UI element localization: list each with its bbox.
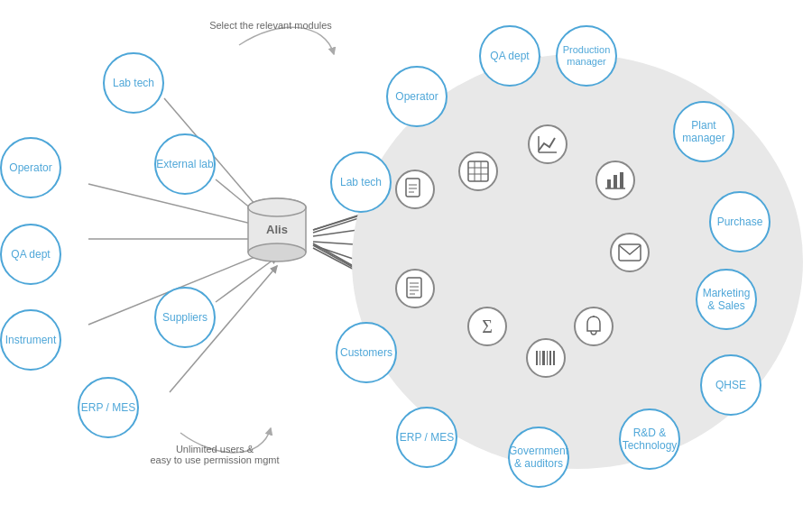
- lab-tech-right-node[interactable]: Lab tech: [330, 151, 392, 213]
- email-icon-node[interactable]: [610, 233, 650, 272]
- select-modules-label: Select the relevant modules: [198, 20, 343, 31]
- operator-left-node[interactable]: Operator: [0, 137, 61, 198]
- bell-icon-node[interactable]: [574, 307, 614, 346]
- government-auditors-node[interactable]: Government& auditors: [508, 427, 569, 488]
- erp-mes-right-node[interactable]: ERP / MES: [396, 407, 457, 468]
- external-lab-node[interactable]: External lab: [154, 133, 216, 195]
- suppliers-node[interactable]: Suppliers: [154, 287, 216, 348]
- diagram: Alis Lab tech Operator External lab QA d…: [0, 0, 812, 523]
- instrument-node[interactable]: Instrument: [0, 309, 61, 371]
- customers-node[interactable]: Customers: [336, 322, 397, 383]
- purchase-node[interactable]: Purchase: [709, 191, 770, 252]
- svg-rect-58: [407, 278, 421, 298]
- svg-rect-56: [549, 351, 551, 365]
- svg-point-33: [248, 198, 306, 216]
- plant-manager-node[interactable]: Plantmanager: [673, 101, 734, 162]
- pdf-icon-node[interactable]: [395, 170, 435, 209]
- marketing-sales-node[interactable]: Marketing& Sales: [696, 269, 757, 330]
- svg-rect-57: [553, 351, 555, 365]
- document-icon-node[interactable]: [395, 269, 435, 308]
- unlimited-users-label: Unlimited users &easy to use permission …: [134, 444, 296, 465]
- svg-rect-39: [468, 161, 488, 181]
- lab-tech-left-node[interactable]: Lab tech: [103, 52, 164, 114]
- svg-rect-52: [536, 351, 538, 365]
- svg-rect-48: [620, 172, 623, 188]
- production-manager-node[interactable]: Productionmanager: [556, 25, 617, 87]
- svg-rect-46: [607, 179, 611, 188]
- qhse-node[interactable]: QHSE: [700, 354, 761, 416]
- qa-dept-right-node[interactable]: QA dept: [479, 25, 540, 87]
- svg-rect-54: [542, 351, 545, 365]
- barcode-icon-node[interactable]: [526, 338, 566, 378]
- sigma-icon-node[interactable]: Σ: [467, 307, 507, 346]
- svg-text:Alis: Alis: [266, 223, 288, 236]
- svg-rect-50: [619, 244, 641, 261]
- table-icon-node[interactable]: [458, 151, 498, 191]
- svg-rect-47: [614, 175, 617, 188]
- qa-dept-left-node[interactable]: QA dept: [0, 224, 61, 285]
- svg-point-32: [248, 243, 306, 262]
- bar-chart-icon-node[interactable]: [595, 161, 635, 200]
- rd-technology-node[interactable]: R&D &Technology: [619, 408, 680, 470]
- svg-rect-53: [540, 351, 540, 365]
- erp-mes-left-node[interactable]: ERP / MES: [78, 377, 139, 438]
- line-chart-icon-node[interactable]: [528, 124, 567, 164]
- svg-rect-35: [406, 179, 420, 197]
- operator-right-node[interactable]: Operator: [386, 66, 448, 127]
- svg-rect-55: [547, 351, 548, 365]
- alis-center-node[interactable]: Alis: [241, 194, 313, 266]
